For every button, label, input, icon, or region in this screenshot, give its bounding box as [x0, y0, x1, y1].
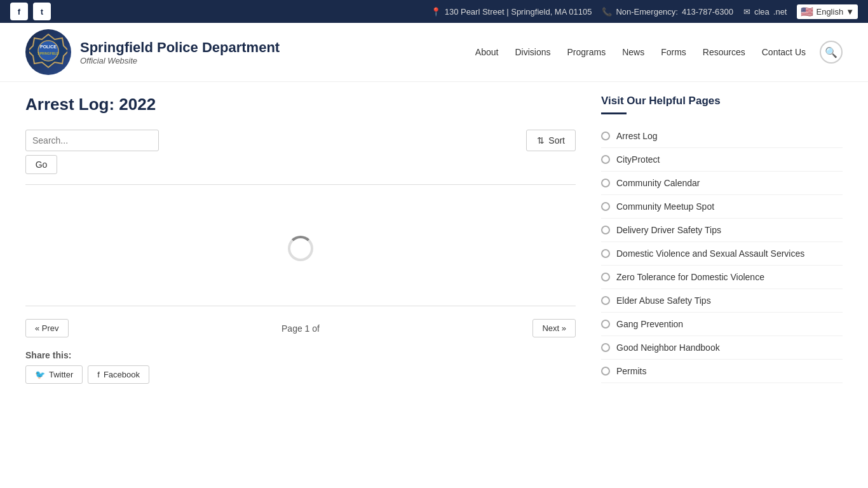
svg-text:POLICE: POLICE: [40, 44, 57, 49]
sidebar: Visit Our Helpful Pages Arrest Log CityP…: [601, 95, 843, 384]
logo-text: Springfield Police Department Official W…: [80, 39, 280, 65]
go-button[interactable]: Go: [25, 155, 57, 174]
bullet-icon: [601, 296, 610, 305]
facebook-top-icon[interactable]: f: [10, 3, 28, 20]
share-label: Share this:: [25, 350, 576, 360]
nav-programs[interactable]: Programs: [559, 42, 613, 62]
sidebar-link-community-calendar[interactable]: Community Calendar: [601, 172, 843, 195]
main-content: Arrest Log: 2022 Go ⇅ Sort « Prev Page 1…: [0, 82, 868, 396]
svg-point-1: [38, 41, 58, 61]
twitter-share-button[interactable]: 🐦 Twitter: [25, 365, 83, 384]
top-bar: f t 📍 130 Pearl Street | Springfield, MA…: [0, 0, 868, 23]
search-icon: 🔍: [825, 46, 837, 58]
sidebar-link-label: Community Meetup Spot: [616, 201, 714, 212]
flag-icon: 🇺🇸: [801, 6, 813, 18]
sidebar-link-label: Good Neighbor Handbook: [616, 342, 720, 353]
email-prefix: clea: [754, 7, 770, 17]
phone-info: 📞 Non-Emergency: 413-787-6300: [602, 7, 733, 17]
svg-text:SPRINGFIELD: SPRINGFIELD: [37, 51, 59, 55]
nav-resources[interactable]: Resources: [695, 42, 753, 62]
bullet-icon: [601, 132, 610, 140]
site-tagline: Official Website: [80, 56, 280, 65]
bullet-icon: [601, 343, 610, 352]
social-icons: f t: [10, 3, 51, 20]
twitter-bird-icon: 🐦: [35, 370, 45, 379]
email-info: ✉ clea .net: [743, 7, 787, 17]
language-selector[interactable]: 🇺🇸 English ▼: [797, 4, 858, 19]
sidebar-link-permits[interactable]: Permits: [601, 360, 843, 383]
twitter-top-icon[interactable]: t: [33, 3, 51, 20]
sidebar-link-community-meetup[interactable]: Community Meetup Spot: [601, 195, 843, 219]
sidebar-link-good-neighbor[interactable]: Good Neighbor Handbook: [601, 336, 843, 360]
bullet-icon: [601, 226, 610, 234]
nav-contact[interactable]: Contact Us: [754, 42, 813, 62]
sort-label: Sort: [548, 135, 565, 146]
sidebar-link-label: Permits: [616, 366, 646, 376]
chevron-down-icon: ▼: [846, 7, 854, 17]
sidebar-link-label: Zero Tolerance for Domestic Violence: [616, 272, 764, 282]
loading-area: [25, 198, 576, 299]
sidebar-link-zero-tolerance[interactable]: Zero Tolerance for Domestic Violence: [601, 266, 843, 289]
bullet-icon: [601, 249, 610, 258]
sort-icon: ⇅: [537, 135, 545, 146]
nav-forms[interactable]: Forms: [653, 42, 694, 62]
sidebar-link-label: Elder Abuse Safety Tips: [616, 295, 711, 306]
sidebar-link-label: Domestic Violence and Sexual Assault Ser…: [616, 248, 804, 259]
page-info: Page 1 of: [281, 323, 320, 334]
next-button[interactable]: Next »: [532, 319, 576, 337]
bullet-icon: [601, 179, 610, 187]
sidebar-link-elder-abuse[interactable]: Elder Abuse Safety Tips: [601, 289, 843, 313]
logo-image: POLICE SPRINGFIELD: [25, 29, 71, 75]
search-icon-button[interactable]: 🔍: [820, 41, 843, 64]
prev-button[interactable]: « Prev: [25, 319, 69, 337]
bullet-icon: [601, 320, 610, 329]
sidebar-title: Visit Our Helpful Pages: [601, 95, 843, 107]
phone-number: 413-787-6300: [682, 7, 733, 17]
email-icon: ✉: [743, 7, 750, 17]
sidebar-link-domestic-violence[interactable]: Domestic Violence and Sexual Assault Ser…: [601, 242, 843, 266]
police-badge-svg: POLICE SPRINGFIELD: [29, 33, 67, 71]
main-nav: About Divisions Programs News Forms Reso…: [468, 41, 843, 64]
page-title: Arrest Log: 2022: [25, 95, 576, 114]
site-header: POLICE SPRINGFIELD Springfield Police De…: [0, 23, 868, 82]
sidebar-link-delivery-safety[interactable]: Delivery Driver Safety Tips: [601, 219, 843, 242]
top-bar-info: 📍 130 Pearl Street | Springfield, MA 011…: [431, 4, 858, 19]
content-divider: [25, 184, 576, 185]
sidebar-link-label: Gang Prevention: [616, 319, 683, 329]
address-info: 📍 130 Pearl Street | Springfield, MA 011…: [431, 7, 592, 17]
sidebar-link-label: Delivery Driver Safety Tips: [616, 225, 721, 235]
phone-icon: 📞: [602, 7, 612, 17]
search-input[interactable]: [25, 130, 159, 151]
site-logo[interactable]: POLICE SPRINGFIELD Springfield Police De…: [25, 29, 280, 75]
nav-about[interactable]: About: [468, 42, 506, 62]
share-section: Share this: 🐦 Twitter f Facebook: [25, 350, 576, 384]
sidebar-link-gang-prevention[interactable]: Gang Prevention: [601, 313, 843, 336]
sidebar-link-label: Community Calendar: [616, 178, 700, 188]
nav-news[interactable]: News: [614, 42, 652, 62]
pagination-row: « Prev Page 1 of Next »: [25, 319, 576, 337]
sidebar-title-underline: [601, 112, 627, 114]
site-name: Springfield Police Department: [80, 39, 280, 56]
sort-button[interactable]: ⇅ Sort: [526, 130, 576, 151]
sidebar-link-label: CityProtect: [616, 154, 660, 165]
nav-divisions[interactable]: Divisions: [507, 42, 558, 62]
facebook-share-button[interactable]: f Facebook: [88, 365, 149, 384]
search-sort-row: Go ⇅ Sort: [25, 130, 576, 174]
bullet-icon: [601, 367, 610, 376]
phone-label: Non-Emergency:: [616, 7, 678, 17]
share-buttons: 🐦 Twitter f Facebook: [25, 365, 576, 384]
email-suffix: .net: [773, 7, 787, 17]
bullet-icon: [601, 155, 610, 164]
twitter-label: Twitter: [49, 370, 73, 379]
sidebar-link-arrest-log[interactable]: Arrest Log: [601, 125, 843, 148]
sidebar-link-label: Arrest Log: [616, 131, 658, 141]
search-group: Go: [25, 130, 159, 174]
facebook-f-icon: f: [97, 370, 100, 379]
location-icon: 📍: [431, 7, 441, 17]
address-text: 130 Pearl Street | Springfield, MA 01105: [445, 7, 592, 17]
facebook-label: Facebook: [104, 370, 140, 379]
bullet-icon: [601, 273, 610, 281]
loading-spinner: [288, 236, 313, 261]
pagination-divider: [25, 306, 576, 306]
sidebar-link-cityprotect[interactable]: CityProtect: [601, 148, 843, 172]
